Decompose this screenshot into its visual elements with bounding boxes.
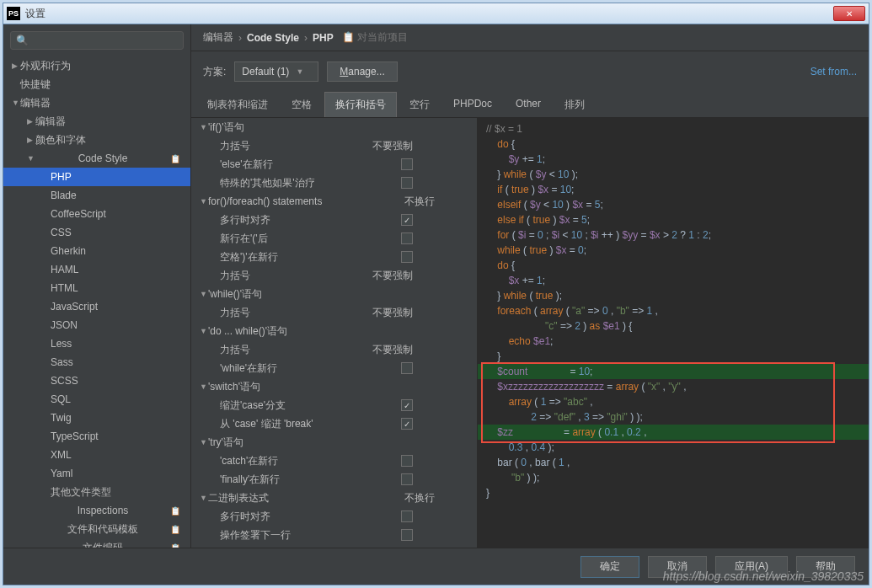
crumb-codestyle[interactable]: Code Style xyxy=(247,32,299,44)
tree-item[interactable]: Sass xyxy=(3,353,190,372)
body: 🔍 ▶ 外观和行为 快捷键▼ 编辑器▶ 编辑器▶ 颜色和字体▼ Code Sty… xyxy=(3,24,869,548)
set-from-link[interactable]: Set from... xyxy=(810,66,857,78)
titlebar: PS 设置 ✕ xyxy=(3,3,869,24)
tree-item[interactable]: CoffeeScript xyxy=(3,205,190,223)
crumb-editor[interactable]: 编辑器 xyxy=(203,30,233,45)
tree-item[interactable]: XML xyxy=(3,446,190,464)
tab[interactable]: 空格 xyxy=(281,92,323,117)
tree-item[interactable]: Twig xyxy=(3,409,190,427)
option-item[interactable]: 特殊的'其他如果'治疗 xyxy=(191,174,477,192)
crumb-php[interactable]: PHP xyxy=(313,32,334,44)
option-item[interactable]: 'else'在新行 xyxy=(191,155,477,174)
option-group[interactable]: ▼ 'if()'语句 xyxy=(191,118,477,136)
search-icon: 🔍 xyxy=(16,35,29,46)
settings-window: PS 设置 ✕ 🔍 ▶ 外观和行为 快捷键▼ 编辑器▶ 编辑器▶ 颜色和字体▼ … xyxy=(3,3,869,585)
scheme-row: 方案: Default (1)▼ Manage... Set from... xyxy=(191,51,869,92)
tabs: 制表符和缩进空格换行和括号空行PHPDocOther排列 xyxy=(191,92,869,118)
window-title: 设置 xyxy=(25,7,833,21)
checkbox[interactable]: ✓ xyxy=(401,418,413,430)
option-item[interactable]: 缩进'case'分支✓ xyxy=(191,396,477,414)
option-item[interactable]: 从 'case' 缩进 'break'✓ xyxy=(191,414,477,433)
breadcrumb: 编辑器 › Code Style › PHP 📋 对当前项目 xyxy=(191,24,869,51)
checkbox[interactable] xyxy=(401,158,413,170)
close-button[interactable]: ✕ xyxy=(833,6,865,21)
option-item[interactable]: 力括号不要强制 xyxy=(191,303,477,322)
option-group[interactable]: ▼ 'try'语句 xyxy=(191,433,477,452)
tree-item[interactable]: CSS xyxy=(3,223,190,242)
tree-item[interactable]: Gherkin xyxy=(3,242,190,260)
cancel-button[interactable]: 取消 xyxy=(648,556,707,578)
tree-item[interactable]: TypeScript xyxy=(3,427,190,446)
option-item[interactable]: 力括号不要强制 xyxy=(191,136,477,155)
option-item[interactable]: 空格')'在新行 xyxy=(191,248,477,266)
option-item[interactable]: 操作签署下一行 xyxy=(191,526,477,544)
checkbox[interactable] xyxy=(401,233,413,244)
tab[interactable]: PHPDoc xyxy=(442,92,503,117)
option-item[interactable]: 力括号不要强制 xyxy=(191,266,477,285)
option-group[interactable]: ▼ 'do ... while()'语句 xyxy=(191,322,477,340)
tree-item[interactable]: 文件编码📋 xyxy=(3,538,190,548)
tree-item[interactable]: ▼ Code Style📋 xyxy=(3,149,190,168)
apply-button[interactable]: 应用(A) xyxy=(715,556,788,578)
checkbox[interactable] xyxy=(401,455,413,467)
code-preview: // $x = 1 do { $y += 1; } while ( $y < 1… xyxy=(478,118,869,548)
options-panel[interactable]: ▼ 'if()'语句力括号不要强制'else'在新行特殊的'其他如果'治疗▼ f… xyxy=(191,118,478,548)
option-item[interactable]: 力括号不要强制 xyxy=(191,340,477,359)
sidebar: 🔍 ▶ 外观和行为 快捷键▼ 编辑器▶ 编辑器▶ 颜色和字体▼ Code Sty… xyxy=(3,24,191,548)
chevron-down-icon: ▼ xyxy=(296,67,303,76)
search-input[interactable]: 🔍 xyxy=(10,31,184,50)
tree-item[interactable]: SQL xyxy=(3,390,190,409)
settings-tree[interactable]: ▶ 外观和行为 快捷键▼ 编辑器▶ 编辑器▶ 颜色和字体▼ Code Style… xyxy=(3,56,190,548)
tab[interactable]: Other xyxy=(505,92,552,117)
option-group[interactable]: ▼ 'switch'语句 xyxy=(191,377,477,396)
scheme-combo[interactable]: Default (1)▼ xyxy=(234,61,318,82)
tree-item[interactable]: ▶ 颜色和字体 xyxy=(3,131,190,149)
tab[interactable]: 制表符和缩进 xyxy=(196,92,279,117)
checkbox[interactable] xyxy=(401,529,413,541)
tree-item[interactable]: HTML xyxy=(3,279,190,297)
tree-item[interactable]: Yaml xyxy=(3,464,190,483)
tree-item[interactable]: Inspections📋 xyxy=(3,501,190,520)
split-pane: ▼ 'if()'语句力括号不要强制'else'在新行特殊的'其他如果'治疗▼ f… xyxy=(191,118,869,548)
manage-button[interactable]: Manage... xyxy=(327,61,397,82)
tab[interactable]: 换行和括号 xyxy=(324,92,397,117)
option-item[interactable]: 'catch'在新行 xyxy=(191,452,477,470)
option-item[interactable]: 多行时对齐✓ xyxy=(191,211,477,229)
tree-item[interactable]: HAML xyxy=(3,260,190,279)
project-scope-icon: 📋 对当前项目 xyxy=(342,30,408,45)
app-icon: PS xyxy=(7,7,20,20)
scheme-label: 方案: xyxy=(203,65,226,79)
checkbox[interactable] xyxy=(401,473,413,485)
tab[interactable]: 空行 xyxy=(399,92,441,117)
tree-item[interactable]: SCSS xyxy=(3,372,190,390)
checkbox[interactable] xyxy=(401,251,413,263)
checkbox[interactable] xyxy=(401,510,413,522)
checkbox[interactable] xyxy=(401,177,413,189)
option-item[interactable]: 'while'在新行 xyxy=(191,359,477,377)
tab[interactable]: 排列 xyxy=(554,92,596,117)
option-item[interactable]: 新行在'('后 xyxy=(191,229,477,248)
ok-button[interactable]: 确定 xyxy=(580,556,639,578)
checkbox[interactable]: ✓ xyxy=(401,214,413,226)
tree-item[interactable]: PHP xyxy=(3,168,190,186)
tree-item[interactable]: ▶ 编辑器 xyxy=(3,112,190,131)
option-item[interactable]: 'finally'在新行 xyxy=(191,470,477,489)
tree-item[interactable]: Blade xyxy=(3,186,190,205)
option-item[interactable]: 多行时对齐 xyxy=(191,507,477,526)
tree-item[interactable]: 其他文件类型 xyxy=(3,483,190,501)
tree-item[interactable]: Less xyxy=(3,334,190,353)
help-button[interactable]: 帮助 xyxy=(796,556,855,578)
option-item[interactable]: 新行在'('后 xyxy=(191,544,477,548)
option-group[interactable]: ▼ 二进制表达式不换行 xyxy=(191,489,477,507)
tree-item[interactable]: ▼ 编辑器 xyxy=(3,94,190,112)
main: 编辑器 › Code Style › PHP 📋 对当前项目 方案: Defau… xyxy=(191,24,869,548)
option-group[interactable]: ▼ 'while()'语句 xyxy=(191,285,477,303)
tree-item[interactable]: 文件和代码模板📋 xyxy=(3,520,190,538)
tree-item[interactable]: JavaScript xyxy=(3,297,190,316)
checkbox[interactable] xyxy=(401,362,413,374)
checkbox[interactable]: ✓ xyxy=(401,399,413,411)
tree-item[interactable]: JSON xyxy=(3,316,190,334)
tree-item[interactable]: 快捷键 xyxy=(3,75,190,94)
option-group[interactable]: ▼ for()/foreach() statements不换行 xyxy=(191,192,477,211)
tree-item[interactable]: ▶ 外观和行为 xyxy=(3,56,190,75)
